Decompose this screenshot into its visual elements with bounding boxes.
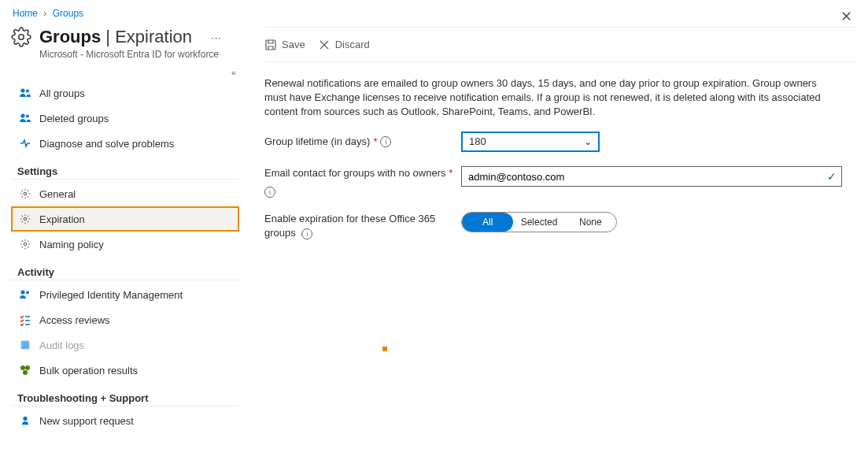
- svg-point-8: [20, 290, 24, 294]
- pill-selected[interactable]: Selected: [513, 213, 564, 232]
- svg-rect-10: [21, 341, 30, 350]
- svg-point-7: [24, 243, 27, 246]
- sidebar-item-label: New support request: [39, 415, 134, 427]
- svg-point-11: [20, 365, 25, 370]
- sidebar-item-label: Diagnose and solve problems: [39, 138, 174, 150]
- sidebar-item-expiration[interactable]: Expiration: [11, 206, 239, 232]
- enable-expiration-toggle: All Selected None: [461, 212, 617, 232]
- sidebar-item-all-groups[interactable]: All groups: [11, 80, 239, 106]
- people-icon: [19, 288, 31, 301]
- lifetime-select[interactable]: 180 ⌄: [461, 132, 600, 152]
- discard-icon: [318, 39, 331, 51]
- people-icon: [19, 87, 31, 99]
- discard-label: Discard: [335, 39, 370, 50]
- sidebar-item-new-support[interactable]: New support request: [11, 408, 239, 433]
- support-icon: [19, 414, 31, 427]
- sidebar-item-label: Bulk operation results: [39, 365, 138, 376]
- svg-point-5: [24, 192, 27, 195]
- sidebar-item-access-reviews[interactable]: Access reviews: [11, 307, 239, 332]
- sidebar-item-label: Access reviews: [39, 314, 110, 326]
- checklist-icon: [19, 313, 31, 326]
- page-subtitle: Microsoft - Microsoft Entra ID for workf…: [39, 49, 239, 60]
- sidebar-item-deleted-groups[interactable]: Deleted groups: [11, 106, 239, 131]
- sidebar-item-label: General: [39, 188, 76, 200]
- sidebar-item-bulk-results[interactable]: Bulk operation results: [11, 358, 239, 383]
- sidebar-item-label: Naming policy: [39, 239, 104, 250]
- sidebar-item-label: Privileged Identity Management: [39, 289, 183, 301]
- pill-all[interactable]: All: [462, 213, 513, 232]
- sidebar-item-label: All groups: [39, 87, 85, 99]
- svg-point-6: [24, 217, 27, 221]
- sidebar-section-activity: Activity: [17, 266, 239, 278]
- check-icon: ✓: [827, 169, 837, 184]
- divider: [11, 280, 239, 280]
- breadcrumb-home[interactable]: Home: [13, 8, 38, 19]
- save-label: Save: [282, 39, 305, 50]
- svg-point-13: [23, 370, 28, 375]
- sidebar-item-pim[interactable]: Privileged Identity Management: [11, 282, 239, 307]
- sidebar-section-settings: Settings: [17, 165, 239, 177]
- svg-point-0: [19, 35, 24, 40]
- breadcrumb-groups[interactable]: Groups: [53, 8, 83, 19]
- sidebar-section-support: Troubleshooting + Support: [17, 392, 239, 404]
- svg-point-12: [25, 365, 30, 370]
- gear-icon: [11, 27, 31, 47]
- info-icon[interactable]: i: [380, 136, 391, 147]
- sidebar-item-general[interactable]: General: [11, 181, 239, 206]
- sidebar-item-label: Audit logs: [39, 339, 84, 351]
- people-icon: [19, 112, 31, 124]
- sidebar-item-audit-logs[interactable]: Audit logs: [11, 332, 239, 358]
- svg-point-4: [26, 115, 29, 118]
- gear-icon: [19, 213, 31, 225]
- bulk-icon: [19, 364, 31, 376]
- gear-icon: [19, 187, 31, 200]
- collapse-sidebar-button[interactable]: «: [11, 63, 239, 80]
- info-icon[interactable]: i: [264, 187, 275, 198]
- info-icon[interactable]: i: [301, 228, 312, 239]
- chevron-down-icon: ⌄: [584, 135, 592, 149]
- divider: [11, 406, 239, 406]
- email-label: Email contact for groups with no owners …: [264, 166, 461, 198]
- discard-button[interactable]: Discard: [318, 39, 370, 51]
- svg-point-14: [23, 417, 27, 421]
- close-icon[interactable]: ✕: [836, 6, 857, 27]
- sidebar-item-naming-policy[interactable]: Naming policy: [11, 232, 239, 257]
- sidebar-item-diagnose[interactable]: Diagnose and solve problems: [11, 131, 239, 156]
- sidebar-item-label: Expiration: [39, 213, 85, 225]
- required-icon: *: [373, 135, 377, 149]
- enable-expiration-label: Enable expiration for these Office 365 g…: [264, 212, 461, 240]
- page-title: Groups | Expiration: [39, 27, 192, 47]
- toolbar: Save Discard: [264, 28, 857, 62]
- save-button[interactable]: Save: [264, 39, 305, 51]
- chevron-right-icon: ›: [43, 8, 46, 19]
- decorative-marker: [382, 347, 387, 351]
- svg-point-2: [26, 90, 29, 93]
- required-icon: *: [449, 167, 452, 179]
- gear-icon: [19, 238, 31, 250]
- description-text: Renewal notifications are emailed to gro…: [264, 76, 839, 119]
- svg-point-1: [20, 88, 24, 92]
- log-icon: [19, 339, 31, 351]
- email-input[interactable]: [467, 170, 827, 184]
- divider: [11, 179, 239, 180]
- save-icon: [264, 39, 277, 51]
- sidebar-item-label: Deleted groups: [39, 113, 109, 124]
- diagnose-icon: [19, 137, 31, 150]
- svg-rect-15: [266, 40, 275, 50]
- lifetime-value: 180: [469, 135, 486, 149]
- svg-point-9: [26, 291, 29, 295]
- pill-none[interactable]: None: [565, 213, 616, 232]
- lifetime-label: Group lifetime (in days) * i: [264, 135, 461, 149]
- breadcrumb: Home › Groups: [11, 6, 83, 24]
- more-icon[interactable]: ···: [211, 32, 222, 43]
- email-input-wrap: ✓: [461, 166, 842, 187]
- svg-point-3: [20, 113, 24, 117]
